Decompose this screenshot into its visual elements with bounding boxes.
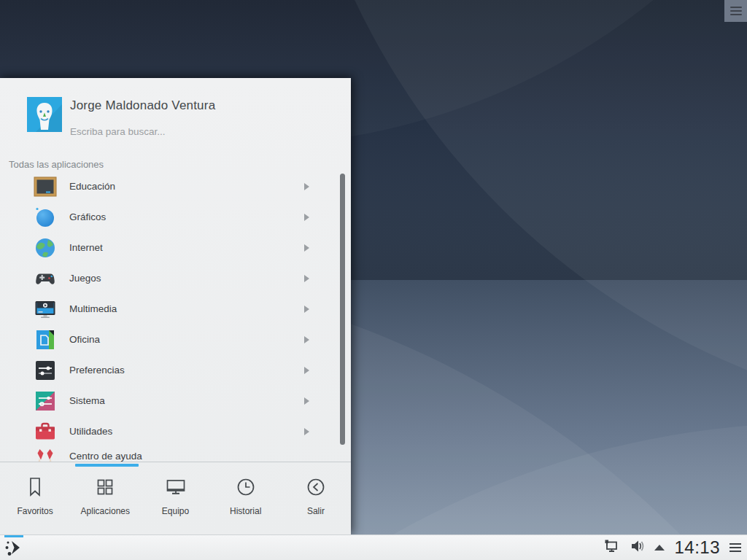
application-launcher-popup: Jorge Maldonado Ventura Todas las aplica… — [0, 78, 351, 534]
search-input[interactable] — [70, 126, 311, 137]
system-tray: 14:13 — [603, 537, 747, 558]
list-scrollbar[interactable] — [340, 174, 345, 445]
apps-grid-icon — [93, 475, 117, 499]
category-list: Educación Gráficos — [0, 171, 351, 462]
tab-aplicaciones[interactable]: Aplicaciones — [70, 462, 140, 534]
multimedia-icon — [34, 298, 57, 321]
internet-icon — [34, 236, 57, 260]
launcher-tabbar: Favoritos Aplicaciones — [0, 462, 351, 534]
section-label: Todas las aplicaciones — [9, 159, 104, 170]
tab-historial[interactable]: Historial — [211, 462, 281, 534]
desktop: Jorge Maldonado Ventura Todas las aplica… — [0, 0, 747, 560]
application-launcher-button[interactable] — [0, 535, 29, 560]
graphics-icon — [34, 206, 57, 229]
user-avatar[interactable] — [27, 97, 62, 132]
category-row-internet[interactable]: Internet — [0, 233, 351, 263]
submenu-arrow-icon — [304, 244, 309, 252]
submenu-arrow-icon — [304, 367, 309, 374]
category-row-oficina[interactable]: Oficina — [0, 324, 351, 355]
submenu-arrow-icon — [304, 275, 309, 282]
category-row-sistema[interactable]: Sistema — [0, 386, 351, 416]
digital-clock[interactable]: 14:13 — [674, 537, 720, 558]
category-row-juegos[interactable]: Juegos — [0, 263, 351, 294]
category-row-centro-de-ayuda[interactable]: Centro de ayuda — [0, 441, 351, 462]
category-row-educacion[interactable]: Educación — [0, 171, 351, 202]
tab-favoritos[interactable]: Favoritos — [0, 462, 70, 534]
tab-equipo[interactable]: Equipo — [140, 462, 210, 534]
launcher-icon — [4, 537, 26, 558]
office-icon — [34, 328, 57, 351]
hamburger-icon — [730, 4, 742, 18]
launcher-active-indicator — [4, 535, 23, 538]
desktop-toolbox-button[interactable] — [724, 0, 747, 22]
bookmark-icon — [23, 475, 47, 499]
games-icon — [34, 267, 57, 290]
active-tab-indicator — [75, 464, 139, 467]
submenu-arrow-icon — [304, 214, 309, 221]
network-icon[interactable] — [603, 538, 619, 557]
submenu-arrow-icon — [304, 306, 309, 313]
category-row-multimedia[interactable]: Multimedia — [0, 294, 351, 324]
panel-menu-icon[interactable] — [729, 541, 741, 554]
clock-icon — [233, 475, 258, 499]
volume-icon[interactable] — [629, 538, 645, 557]
leave-icon — [303, 475, 328, 499]
help-center-icon — [34, 445, 57, 462]
computer-icon — [163, 475, 188, 499]
submenu-arrow-icon — [304, 397, 309, 405]
submenu-arrow-icon — [304, 336, 309, 343]
category-row-preferencias[interactable]: Preferencias — [0, 355, 351, 386]
expand-tray-icon[interactable] — [654, 545, 665, 551]
taskbar-panel: 14:13 — [0, 534, 747, 560]
submenu-arrow-icon — [304, 428, 309, 435]
preferences-icon — [34, 359, 57, 382]
utilities-icon — [34, 420, 57, 443]
tab-salir[interactable]: Salir — [281, 462, 351, 534]
education-icon — [34, 175, 57, 198]
system-icon — [34, 389, 57, 413]
user-name: Jorge Maldonado Ventura — [70, 98, 215, 113]
launcher-header: Jorge Maldonado Ventura — [0, 78, 351, 158]
submenu-arrow-icon — [304, 183, 309, 190]
category-row-graficos[interactable]: Gráficos — [0, 202, 351, 233]
search-field[interactable] — [70, 125, 311, 138]
